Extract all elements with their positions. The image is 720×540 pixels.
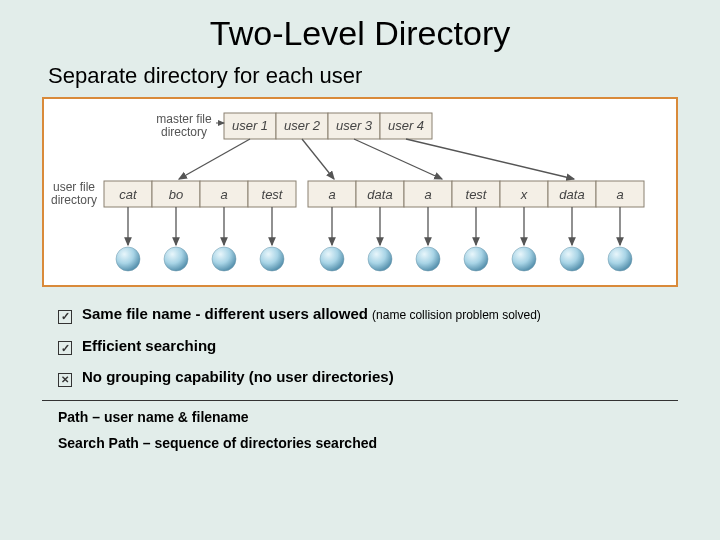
divider [42, 400, 678, 401]
svg-text:a: a [424, 187, 431, 202]
mfd-row: user 1 user 2 user 3 user 4 [224, 113, 432, 139]
svg-text:data: data [367, 187, 392, 202]
bullet-item-same-filename: Same file name - different users allowed… [58, 305, 720, 323]
mfd-label: master filedirectory [152, 113, 216, 138]
directory-diagram: user 1 user 2 user 3 user 4 catboatestad… [44, 99, 676, 285]
svg-text:x: x [520, 187, 528, 202]
bullet-list: Same file name - different users allowed… [58, 305, 720, 386]
svg-line-12 [406, 139, 574, 179]
svg-text:bo: bo [169, 187, 183, 202]
ufd-row: catboatestadataatestxdataa [104, 181, 644, 207]
svg-point-52 [512, 247, 536, 271]
bullet-item-no-grouping: No grouping capability (no user director… [58, 368, 720, 386]
page-title: Two-Level Directory [0, 0, 720, 53]
svg-point-54 [560, 247, 584, 271]
svg-point-40 [212, 247, 236, 271]
svg-line-10 [302, 139, 334, 179]
svg-point-44 [320, 247, 344, 271]
svg-text:test: test [262, 187, 284, 202]
ufd-label: user filedirectory [46, 181, 102, 206]
svg-text:user 4: user 4 [388, 118, 424, 133]
svg-point-38 [164, 247, 188, 271]
diagram-container: master filedirectory user filedirectory … [42, 97, 678, 287]
svg-text:test: test [466, 187, 488, 202]
crossbox-icon [58, 373, 72, 387]
svg-point-48 [416, 247, 440, 271]
svg-point-36 [116, 247, 140, 271]
subtitle: Separate directory for each user [0, 53, 720, 89]
bullet-item-efficient-search: Efficient searching [58, 337, 720, 355]
svg-line-9 [179, 139, 250, 179]
svg-text:cat: cat [119, 187, 138, 202]
svg-text:user 2: user 2 [284, 118, 321, 133]
checkbox-icon [58, 341, 72, 355]
svg-point-50 [464, 247, 488, 271]
footer-path: Path – user name & filename [58, 409, 720, 425]
footer-search-path: Search Path – sequence of directories se… [58, 435, 720, 451]
svg-text:a: a [616, 187, 623, 202]
checkbox-icon [58, 310, 72, 324]
svg-text:data: data [559, 187, 584, 202]
svg-text:a: a [220, 187, 227, 202]
file-balls [116, 207, 632, 271]
svg-point-42 [260, 247, 284, 271]
svg-point-56 [608, 247, 632, 271]
footer-notes: Path – user name & filename Search Path … [58, 409, 720, 451]
svg-text:user 3: user 3 [336, 118, 373, 133]
svg-point-46 [368, 247, 392, 271]
svg-text:user 1: user 1 [232, 118, 268, 133]
svg-text:a: a [328, 187, 335, 202]
